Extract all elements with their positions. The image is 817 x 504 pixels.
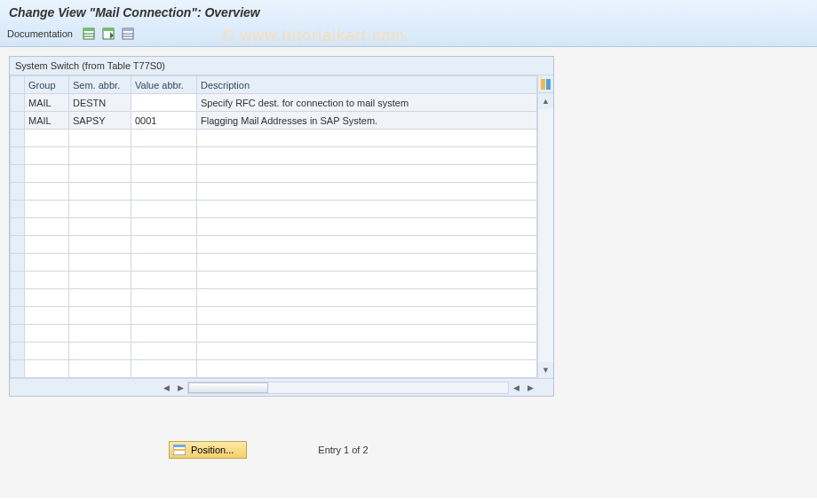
cell-sem-abbr[interactable] xyxy=(69,289,131,307)
table-row[interactable] xyxy=(11,254,537,272)
row-selector[interactable] xyxy=(11,325,25,343)
cell-value-abbr[interactable] xyxy=(131,360,197,378)
cell-sem-abbr[interactable] xyxy=(69,360,131,378)
cell-value-abbr[interactable] xyxy=(131,289,197,307)
col-description[interactable]: Description xyxy=(197,76,537,94)
cell-sem-abbr[interactable] xyxy=(69,325,131,343)
table-row[interactable]: MAILDESTNSpecify RFC dest. for connectio… xyxy=(11,94,537,112)
cell-description[interactable]: Flagging Mail Addresses in SAP System. xyxy=(197,112,537,130)
cell-sem-abbr[interactable] xyxy=(69,201,131,218)
cell-value-abbr[interactable] xyxy=(131,147,197,165)
cell-description[interactable] xyxy=(197,307,537,325)
table-row[interactable] xyxy=(11,201,537,218)
table-row[interactable] xyxy=(11,360,537,378)
cell-value-abbr[interactable] xyxy=(131,272,197,289)
row-selector[interactable] xyxy=(11,307,25,325)
cell-description[interactable] xyxy=(197,218,537,236)
deselect-all-icon[interactable] xyxy=(121,27,135,41)
scroll-left-end-icon[interactable]: ◀ xyxy=(509,383,523,392)
row-selector[interactable] xyxy=(11,165,25,183)
row-selector[interactable] xyxy=(11,236,25,254)
scroll-track[interactable] xyxy=(538,109,553,362)
row-selector[interactable] xyxy=(11,289,25,307)
vertical-scrollbar[interactable]: ▲ ▼ xyxy=(537,75,553,378)
cell-value-abbr[interactable] xyxy=(131,307,197,325)
cell-description[interactable] xyxy=(197,147,537,165)
cell-description[interactable]: Specify RFC dest. for connection to mail… xyxy=(197,94,537,112)
cell-group[interactable] xyxy=(25,307,69,325)
horizontal-scrollbar[interactable]: ◀ ▶ ◀ ▶ xyxy=(10,378,553,396)
cell-value-abbr[interactable]: 0001 xyxy=(131,112,197,130)
cell-description[interactable] xyxy=(197,289,537,307)
scroll-left-icon[interactable]: ◀ xyxy=(159,383,173,392)
cell-sem-abbr[interactable] xyxy=(69,183,131,201)
cell-value-abbr[interactable] xyxy=(131,183,197,201)
cell-sem-abbr[interactable] xyxy=(69,165,131,183)
table-row[interactable] xyxy=(11,147,537,165)
cell-description[interactable] xyxy=(197,272,537,289)
cell-value-abbr[interactable] xyxy=(131,254,197,272)
row-selector[interactable] xyxy=(11,360,25,378)
table-row[interactable] xyxy=(11,325,537,343)
cell-description[interactable] xyxy=(197,254,537,272)
cell-group[interactable] xyxy=(25,254,69,272)
col-value-abbr[interactable]: Value abbr. xyxy=(131,76,197,94)
col-selector[interactable] xyxy=(11,76,25,94)
cell-group[interactable] xyxy=(25,201,69,218)
cell-group[interactable] xyxy=(25,289,69,307)
hscroll-track[interactable] xyxy=(187,382,509,394)
cell-sem-abbr[interactable] xyxy=(69,130,131,147)
select-all-icon[interactable] xyxy=(101,27,115,41)
row-selector[interactable] xyxy=(11,112,25,130)
cell-group[interactable]: MAIL xyxy=(25,94,69,112)
table-settings-icon[interactable] xyxy=(538,75,553,93)
table-row[interactable] xyxy=(11,165,537,183)
cell-group[interactable] xyxy=(25,236,69,254)
cell-sem-abbr[interactable] xyxy=(69,218,131,236)
table-row[interactable] xyxy=(11,272,537,289)
cell-sem-abbr[interactable]: SAPSY xyxy=(69,112,131,130)
cell-value-abbr[interactable] xyxy=(131,94,197,112)
cell-value-abbr[interactable] xyxy=(131,218,197,236)
table-row[interactable]: MAILSAPSY0001Flagging Mail Addresses in … xyxy=(11,112,537,130)
col-group[interactable]: Group xyxy=(25,76,69,94)
row-selector[interactable] xyxy=(11,147,25,165)
cell-sem-abbr[interactable] xyxy=(69,254,131,272)
scroll-up-icon[interactable]: ▲ xyxy=(538,93,553,109)
position-button[interactable]: Position... xyxy=(169,441,247,459)
table-row[interactable] xyxy=(11,236,537,254)
cell-group[interactable] xyxy=(25,147,69,165)
cell-description[interactable] xyxy=(197,165,537,183)
row-selector[interactable] xyxy=(11,94,25,112)
cell-group[interactable] xyxy=(25,343,69,360)
table-row[interactable] xyxy=(11,183,537,201)
cell-value-abbr[interactable] xyxy=(131,343,197,360)
cell-sem-abbr[interactable] xyxy=(69,236,131,254)
cell-sem-abbr[interactable] xyxy=(69,307,131,325)
table-row[interactable] xyxy=(11,130,537,147)
table-row[interactable] xyxy=(11,289,537,307)
cell-description[interactable] xyxy=(197,183,537,201)
table-row[interactable] xyxy=(11,218,537,236)
table-row[interactable] xyxy=(11,307,537,325)
cell-group[interactable] xyxy=(25,130,69,147)
table-row[interactable] xyxy=(11,343,537,360)
cell-group[interactable] xyxy=(25,218,69,236)
cell-description[interactable] xyxy=(197,343,537,360)
cell-description[interactable] xyxy=(197,201,537,218)
cell-value-abbr[interactable] xyxy=(131,325,197,343)
cell-group[interactable] xyxy=(25,183,69,201)
cell-group[interactable]: MAIL xyxy=(25,112,69,130)
cell-group[interactable] xyxy=(25,325,69,343)
row-selector[interactable] xyxy=(11,130,25,147)
documentation-label[interactable]: Documentation xyxy=(7,28,73,39)
cell-group[interactable] xyxy=(25,165,69,183)
col-sem-abbr[interactable]: Sem. abbr. xyxy=(69,76,131,94)
scroll-right-icon[interactable]: ▶ xyxy=(173,383,187,392)
cell-group[interactable] xyxy=(25,360,69,378)
cell-sem-abbr[interactable] xyxy=(69,343,131,360)
row-selector[interactable] xyxy=(11,183,25,201)
cell-description[interactable] xyxy=(197,236,537,254)
table-view-icon[interactable] xyxy=(82,27,96,41)
cell-description[interactable] xyxy=(197,360,537,378)
